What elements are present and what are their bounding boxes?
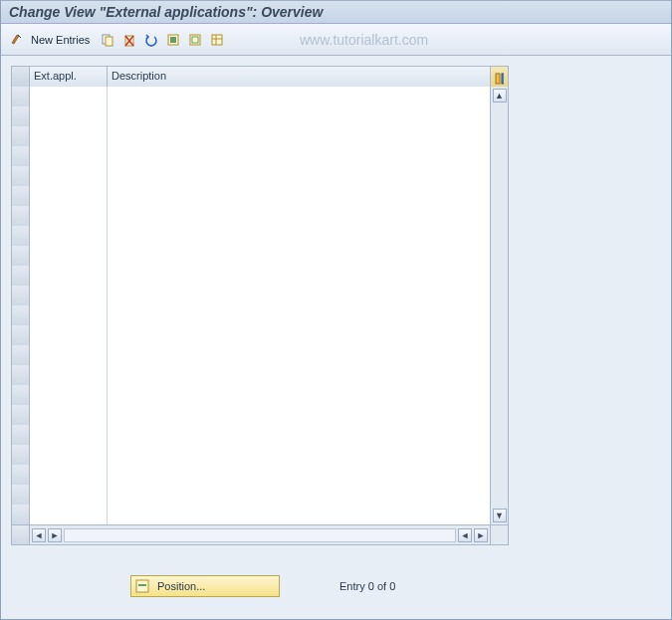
cell-description[interactable] — [108, 505, 490, 524]
cell-description[interactable] — [108, 485, 490, 505]
table-row — [12, 405, 490, 425]
cell-ext-appl[interactable] — [30, 186, 108, 206]
cell-description[interactable] — [108, 465, 490, 485]
cell-ext-appl[interactable] — [30, 286, 108, 306]
table-row — [12, 365, 490, 385]
row-selector[interactable] — [12, 425, 30, 445]
cell-description[interactable] — [108, 126, 490, 146]
delete-icon[interactable] — [119, 30, 139, 50]
cell-description[interactable] — [108, 286, 490, 306]
new-entries-button[interactable]: New Entries — [29, 34, 96, 46]
cell-ext-appl[interactable] — [30, 365, 108, 385]
page-title: Change View "External applications": Ove… — [9, 4, 323, 20]
row-selector[interactable] — [12, 345, 30, 365]
col-description[interactable]: Description — [108, 67, 490, 87]
cell-ext-appl[interactable] — [30, 126, 108, 146]
scroll-up-icon[interactable]: ▲ — [493, 89, 507, 103]
row-selector[interactable] — [12, 465, 30, 485]
table-row — [12, 106, 490, 126]
cell-ext-appl[interactable] — [30, 246, 108, 266]
cell-description[interactable] — [108, 226, 490, 246]
table-row — [12, 345, 490, 365]
select-all-icon[interactable] — [163, 30, 183, 50]
cell-ext-appl[interactable] — [30, 485, 108, 505]
svg-rect-12 — [496, 74, 500, 84]
cell-ext-appl[interactable] — [30, 345, 108, 365]
cell-description[interactable] — [108, 246, 490, 266]
scroll-down-icon[interactable]: ▼ — [493, 509, 507, 522]
scroll-right-icon[interactable]: ► — [48, 528, 62, 542]
row-selector[interactable] — [12, 146, 30, 166]
row-selector[interactable] — [12, 306, 30, 325]
cell-ext-appl[interactable] — [30, 405, 108, 425]
table-row — [12, 445, 490, 465]
row-selector[interactable] — [12, 206, 30, 226]
cell-ext-appl[interactable] — [30, 226, 108, 246]
cell-ext-appl[interactable] — [30, 206, 108, 226]
select-all-header[interactable] — [12, 67, 30, 87]
table-row — [12, 485, 490, 505]
position-button[interactable]: Position... — [130, 575, 280, 597]
scroll-left-icon[interactable]: ◄ — [32, 528, 46, 542]
row-selector[interactable] — [12, 286, 30, 306]
row-selector[interactable] — [12, 126, 30, 146]
cell-description[interactable] — [108, 306, 490, 325]
row-selector[interactable] — [12, 166, 30, 186]
horizontal-scrollbar[interactable]: ◄ ► ◄ ► — [12, 524, 508, 544]
cell-ext-appl[interactable] — [30, 266, 108, 286]
vertical-scrollbar[interactable]: ▲ ▼ — [490, 87, 508, 524]
cell-description[interactable] — [108, 206, 490, 226]
cell-description[interactable] — [108, 186, 490, 206]
row-selector[interactable] — [12, 485, 30, 505]
svg-rect-6 — [170, 37, 176, 43]
cell-description[interactable] — [108, 106, 490, 126]
cell-description[interactable] — [108, 405, 490, 425]
cell-description[interactable] — [108, 345, 490, 365]
row-selector[interactable] — [12, 106, 30, 126]
cell-description[interactable] — [108, 325, 490, 345]
row-selector[interactable] — [12, 365, 30, 385]
cell-ext-appl[interactable] — [30, 166, 108, 186]
scroll-left2-icon[interactable]: ◄ — [458, 528, 472, 542]
cell-description[interactable] — [108, 425, 490, 445]
cell-ext-appl[interactable] — [30, 87, 108, 106]
toggle-change-icon[interactable] — [7, 30, 27, 50]
cell-ext-appl[interactable] — [30, 325, 108, 345]
table-header: Ext.appl. Description — [12, 67, 508, 87]
col-ext-appl[interactable]: Ext.appl. — [30, 67, 108, 87]
copy-icon[interactable] — [98, 30, 117, 50]
row-selector[interactable] — [12, 505, 30, 524]
hscroll-track[interactable] — [64, 528, 456, 542]
row-selector[interactable] — [12, 226, 30, 246]
configure-columns-icon[interactable] — [490, 67, 508, 87]
cell-ext-appl[interactable] — [30, 306, 108, 325]
row-selector[interactable] — [12, 325, 30, 345]
row-selector[interactable] — [12, 186, 30, 206]
cell-ext-appl[interactable] — [30, 425, 108, 445]
cell-description[interactable] — [108, 87, 490, 106]
scroll-right2-icon[interactable]: ► — [474, 528, 488, 542]
deselect-all-icon[interactable] — [185, 30, 205, 50]
svg-rect-15 — [138, 584, 146, 586]
cell-description[interactable] — [108, 385, 490, 405]
table-settings-icon[interactable] — [207, 30, 227, 50]
row-selector[interactable] — [12, 385, 30, 405]
cell-description[interactable] — [108, 146, 490, 166]
cell-ext-appl[interactable] — [30, 505, 108, 524]
cell-description[interactable] — [108, 365, 490, 385]
table-row — [12, 166, 490, 186]
row-selector[interactable] — [12, 405, 30, 425]
undo-icon[interactable] — [141, 30, 161, 50]
cell-description[interactable] — [108, 266, 490, 286]
cell-description[interactable] — [108, 445, 490, 465]
cell-ext-appl[interactable] — [30, 146, 108, 166]
cell-ext-appl[interactable] — [30, 465, 108, 485]
cell-ext-appl[interactable] — [30, 445, 108, 465]
row-selector[interactable] — [12, 246, 30, 266]
row-selector[interactable] — [12, 266, 30, 286]
cell-description[interactable] — [108, 166, 490, 186]
row-selector[interactable] — [12, 445, 30, 465]
cell-ext-appl[interactable] — [30, 385, 108, 405]
cell-ext-appl[interactable] — [30, 106, 108, 126]
row-selector[interactable] — [12, 87, 30, 106]
